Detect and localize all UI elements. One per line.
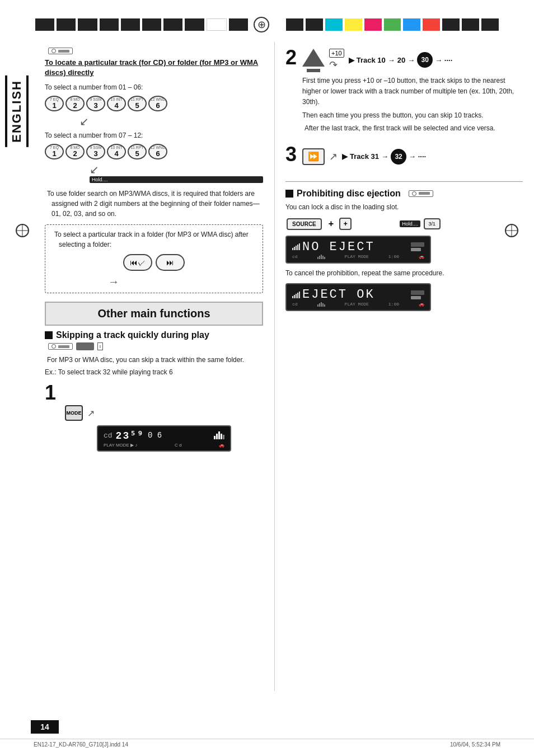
eo-right-icons	[411, 290, 424, 299]
step1-container: 1 MODE ↗ cd 23⁵⁹ 0 6	[45, 383, 263, 452]
bar-seg	[57, 18, 76, 31]
language-sidebar: ENGLISH	[0, 42, 34, 730]
bar-seg	[442, 18, 460, 31]
bar-seg-cyan	[325, 18, 343, 31]
step3-container: 3 ⏩ ↗ ▶ Track 31 → 32 → ····	[285, 144, 523, 172]
plus-sign: +	[329, 219, 334, 229]
bar3	[218, 431, 220, 439]
ne-icon-1	[411, 242, 424, 247]
button-1: 7 EQ 1	[45, 96, 64, 111]
step2-number: 2	[285, 48, 297, 68]
arrow-2: →	[407, 56, 415, 64]
button-1b: 7 EQ 1	[45, 144, 64, 159]
bar-seg	[229, 18, 248, 31]
arrow-31: →	[381, 152, 388, 161]
button-3: 9 SSM 3	[86, 96, 105, 111]
bar-seg	[185, 18, 204, 31]
disp1-time: C d	[175, 443, 181, 448]
main-content: ENGLISH To locate a particular track (fo…	[0, 42, 534, 730]
disp1-bottom-row: PLAY MODE ▶ ♪ C d 🚗	[104, 443, 224, 448]
track-diagram-step2: ▶ Track 10 → 20 → 30 → ····	[349, 52, 453, 68]
nav-buttons-illustration: ⏮✓ ⏭	[52, 254, 256, 271]
bar-seg	[163, 18, 182, 31]
disp1-track-number: 23⁵⁹	[116, 429, 144, 442]
track-10: Track 10	[357, 56, 386, 64]
skip-example: Ex.: To select track 32 while playing tr…	[45, 367, 263, 377]
ne-bar	[297, 245, 298, 250]
prohibit-black-square	[285, 190, 293, 198]
skip-section-header: Skipping a track quickly during play	[45, 330, 263, 340]
ratio-btn: 3/1	[424, 218, 441, 229]
top-bar-left	[35, 18, 248, 31]
eo-playmode: PLAY MODE	[345, 302, 369, 307]
disp1-signal-bars	[214, 431, 224, 439]
prohibit-title: Prohibiting disc ejection	[297, 189, 401, 199]
step2-bullet: After the last track, the first track wi…	[302, 123, 523, 133]
eo-bars-left	[292, 292, 300, 298]
track-31: Track 31	[350, 152, 379, 161]
prohibit-device-bar	[419, 192, 430, 195]
arrow-down-1: ↙	[79, 115, 263, 128]
page-number: 14	[31, 720, 59, 734]
triangle-up-icon	[302, 49, 325, 67]
up-arrow-btn	[302, 49, 325, 71]
bar-seg-blue	[403, 18, 420, 31]
ne-bar	[296, 246, 297, 250]
footer-right-timestamp: 10/6/04, 5:52:34 PM	[450, 741, 500, 748]
right-column: 2 +10 ↷ ▶	[274, 42, 534, 730]
bar2	[216, 434, 218, 439]
eob	[321, 302, 322, 307]
battery-icon: I	[97, 342, 103, 350]
eject-ok-bottom: cd PLAY MODE 1:00 🚗	[292, 302, 424, 307]
track-30-circle: 30	[417, 52, 433, 68]
ne-car-icon: 🚗	[419, 254, 424, 259]
eo-bar	[297, 293, 298, 298]
disp1-top-row: cd 23⁵⁹ 0 6	[104, 429, 224, 442]
disp1-play-mode: PLAY MODE ▶ ♪	[104, 443, 137, 448]
other-functions-box: Other main functions	[45, 302, 263, 326]
nb	[322, 256, 324, 259]
ne-bar	[292, 248, 293, 250]
skip-device-circle	[51, 344, 56, 349]
eob	[322, 303, 324, 307]
cassette-icon	[76, 342, 94, 350]
buttons-1-6-row: 7 EQ 1 8 MO 2 9 SSM 3 10 INT 4 11 RPT 5 …	[45, 96, 263, 111]
skip-device-bar	[58, 345, 69, 348]
bar-seg	[462, 18, 479, 31]
arrow-hold-group: ↙ Hold....	[90, 163, 263, 183]
button-5b: 11 RPT 5	[128, 144, 147, 159]
bar-seg	[207, 18, 227, 31]
bar-seg	[286, 18, 303, 31]
track-diagram-step3: ▶ Track 31 → 32 → ····	[342, 149, 426, 165]
arrow-down-2: ↙	[90, 163, 263, 176]
step2-container: 2 +10 ↷ ▶	[285, 48, 523, 135]
dashed-bullet-text: To select a particular track in a folder…	[52, 229, 256, 250]
eo-icon-2	[411, 296, 421, 299]
button-5: 11 RPT 5	[128, 96, 147, 111]
mp3-folder-bullet: To use folder search on MP3/WMA discs, i…	[45, 189, 263, 219]
bar-seg	[306, 18, 323, 31]
eject-ok-text: EJECT OK	[302, 288, 375, 302]
bar-seg	[142, 18, 161, 31]
device-bar	[58, 50, 69, 53]
eo-icon-1	[411, 290, 424, 295]
button-2b: 8 MO 2	[65, 144, 85, 159]
top-decorative-bar: ⊕	[0, 17, 534, 32]
bar-seg-magenta	[364, 18, 382, 31]
bar-seg-green	[384, 18, 401, 31]
dashed-info-box: To select a particular track in a folder…	[45, 224, 263, 293]
locate-track-title: To locate a particular track (for CD) or…	[45, 58, 263, 78]
button-6b: 12 WND 6	[148, 144, 167, 159]
step3-button-row: ⏩ ↗ ▶ Track 31 → 32 → ····	[302, 144, 426, 169]
no-eject-top: NO EJECT	[292, 240, 424, 254]
eob	[317, 304, 318, 307]
nb	[317, 257, 318, 259]
step2-desc1: First time you press +10 or –10 button, …	[302, 76, 523, 108]
bar4	[221, 434, 222, 439]
hold-label-prohibit: Hold....	[400, 220, 420, 227]
cancel-desc: To cancel the prohibition, repeat the sa…	[285, 268, 523, 279]
eo-cd-label: cd	[292, 302, 298, 307]
skip-device-1	[48, 343, 73, 350]
eo-time: 1:00	[388, 302, 399, 307]
track-arrow-prefix: ▶	[349, 56, 354, 64]
